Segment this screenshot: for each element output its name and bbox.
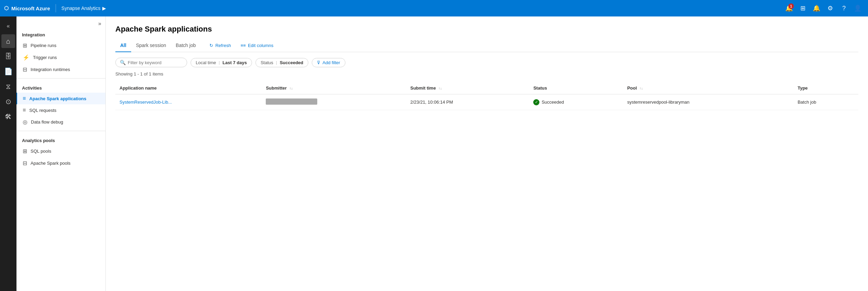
spark-applications-label: Apache Spark applications xyxy=(29,96,86,101)
search-input[interactable] xyxy=(128,60,183,65)
directory-switch-button[interactable]: ⊞ xyxy=(797,2,809,14)
brand-name: Microsoft Azure xyxy=(11,5,50,11)
submit-time-sort-icon[interactable]: ↑↓ xyxy=(438,86,442,90)
nav-collapse-button[interactable]: » xyxy=(97,19,103,28)
sidebar-item-trigger-runs[interactable]: ⚡ Trigger runs xyxy=(16,51,105,63)
top-navigation: ⬡ Microsoft Azure Synapse Analytics ▶ 🔔 … xyxy=(0,0,868,16)
sidebar-item-spark-applications[interactable]: ≡ Apache Spark applications xyxy=(16,93,105,104)
data-flow-debug-icon: ◎ xyxy=(23,119,27,125)
sidebar-integrate-button[interactable]: ⧖ xyxy=(1,80,15,93)
sidebar-data-button[interactable]: 🗄 xyxy=(1,49,15,63)
sidebar-manage-button[interactable]: 🛠 xyxy=(1,110,15,124)
integration-runtimes-icon: ⊟ xyxy=(23,66,27,73)
time-filter-label: Local time xyxy=(196,60,216,65)
submit-time-cell: 2/23/21, 10:06:14 PM xyxy=(406,94,529,110)
azure-icon: ⬡ xyxy=(4,5,9,11)
sidebar-item-integration-runtimes[interactable]: ⊟ Integration runtimes xyxy=(16,63,105,75)
notification-button[interactable]: 🔔 1 xyxy=(783,2,795,14)
sql-requests-label: SQL requests xyxy=(29,108,56,113)
sidebar-expand-toggle[interactable]: « xyxy=(1,19,15,33)
spark-pools-label: Apache Spark pools xyxy=(31,161,70,166)
page-title: Apache Spark applications xyxy=(115,25,858,34)
trigger-runs-label: Trigger runs xyxy=(33,55,57,60)
edit-columns-icon: ≡≡ xyxy=(241,43,246,48)
edit-columns-label: Edit columns xyxy=(248,43,273,48)
trigger-runs-icon: ⚡ xyxy=(23,54,30,61)
service-name: Synapse Analytics ▶ xyxy=(61,5,106,11)
refresh-label: Refresh xyxy=(215,43,231,48)
add-filter-label: Add filter xyxy=(322,60,340,65)
refresh-button[interactable]: ↻ Refresh xyxy=(206,41,235,50)
sidebar-item-data-flow-debug[interactable]: ◎ Data flow debug xyxy=(16,116,105,128)
tabs-bar: All Spark session Batch job ↻ Refresh ≡≡… xyxy=(115,39,858,52)
status-filter-chip[interactable]: Status : Succeeded xyxy=(255,58,308,67)
tab-spark-session[interactable]: Spark session xyxy=(131,39,171,52)
tab-batch-job[interactable]: Batch job xyxy=(171,39,201,52)
alerts-button[interactable]: 🔔 xyxy=(810,2,823,14)
pipeline-runs-icon: ⊞ xyxy=(23,42,27,49)
submitter-sort-icon[interactable]: ↑↓ xyxy=(289,86,293,90)
status-cell: ✓ Succeeded xyxy=(529,94,623,110)
table-row: SystemReservedJob-Lib... 2/23/21, 10:06:… xyxy=(115,94,858,110)
icon-sidebar: « ⌂ 🗄 📄 ⧖ ⊙ 🛠 xyxy=(0,16,16,291)
sidebar-item-pipeline-runs[interactable]: ⊞ Pipeline runs xyxy=(16,39,105,51)
sidebar-develop-button[interactable]: 📄 xyxy=(1,65,15,78)
status-succeeded-icon: ✓ xyxy=(533,99,539,105)
col-submitter: Submitter ↑↓ xyxy=(262,82,406,94)
sidebar-home-button[interactable]: ⌂ xyxy=(1,34,15,48)
add-filter-icon: ⊽ xyxy=(317,60,320,65)
submitter-cell xyxy=(262,94,406,110)
status-filter-separator: : xyxy=(275,60,278,65)
nav-sidebar-header: » xyxy=(16,16,105,28)
user-button[interactable]: 👤 xyxy=(852,2,864,14)
sidebar-item-sql-requests[interactable]: ≡ SQL requests xyxy=(16,104,105,116)
sql-pools-label: SQL pools xyxy=(31,149,51,154)
help-button[interactable]: ? xyxy=(838,2,850,14)
add-filter-button[interactable]: ⊽ Add filter xyxy=(312,58,345,67)
time-filter-separator: : xyxy=(217,60,221,65)
time-filter-value: Last 7 days xyxy=(222,60,247,65)
content-area: Apache Spark applications All Spark sess… xyxy=(106,16,868,291)
application-name-link[interactable]: SystemReservedJob-Lib... xyxy=(119,100,172,105)
analytics-pools-section-title: Analytics pools xyxy=(16,134,105,145)
edit-columns-button[interactable]: ≡≡ Edit columns xyxy=(237,41,277,50)
activities-section-title: Activities xyxy=(16,81,105,93)
col-status: Status xyxy=(529,82,623,94)
application-name-cell: SystemReservedJob-Lib... xyxy=(115,94,262,110)
nav-divider-1 xyxy=(16,78,105,79)
service-label: Synapse Analytics xyxy=(61,5,101,11)
filter-bar: 🔍 Local time : Last 7 days Status : Succ… xyxy=(115,58,858,67)
status-filter-label: Status xyxy=(261,60,273,65)
sidebar-monitor-button[interactable]: ⊙ xyxy=(1,95,15,108)
brand-logo: ⬡ Microsoft Azure xyxy=(4,5,50,11)
refresh-icon: ↻ xyxy=(209,43,213,48)
spark-pools-icon: ⊟ xyxy=(23,160,27,166)
pool-sort-icon[interactable]: ↑↓ xyxy=(639,86,643,90)
col-submit-time: Submit time ↑↓ xyxy=(406,82,529,94)
submitter-value xyxy=(266,98,317,105)
search-icon: 🔍 xyxy=(120,60,126,65)
applications-table: Application name Submitter ↑↓ Submit tim… xyxy=(115,82,858,110)
integration-runtimes-label: Integration runtimes xyxy=(31,67,70,72)
top-nav-actions: 🔔 1 ⊞ 🔔 ⚙ ? 👤 xyxy=(783,2,864,14)
settings-button[interactable]: ⚙ xyxy=(824,2,836,14)
integration-section-title: Integration xyxy=(16,28,105,39)
pool-cell: systemreservedpool-libraryman xyxy=(623,94,793,110)
nav-sidebar: » Integration ⊞ Pipeline runs ⚡ Trigger … xyxy=(16,16,106,291)
time-filter-chip[interactable]: Local time : Last 7 days xyxy=(191,58,252,67)
data-flow-debug-label: Data flow debug xyxy=(31,119,63,125)
status-filter-value: Succeeded xyxy=(280,60,304,65)
sidebar-item-spark-pools[interactable]: ⊟ Apache Spark pools xyxy=(16,157,105,169)
notification-badge: 1 xyxy=(788,3,794,9)
pipeline-runs-label: Pipeline runs xyxy=(31,43,56,48)
status-value: ✓ Succeeded xyxy=(533,99,619,105)
tab-all[interactable]: All xyxy=(115,39,131,52)
table-header-row: Application name Submitter ↑↓ Submit tim… xyxy=(115,82,858,94)
sidebar-item-sql-pools[interactable]: ⊞ SQL pools xyxy=(16,145,105,157)
col-pool: Pool ↑↓ xyxy=(623,82,793,94)
keyword-search[interactable]: 🔍 xyxy=(115,58,187,67)
results-count: Showing 1 - 1 of 1 items xyxy=(115,71,858,77)
type-cell: Batch job xyxy=(793,94,858,110)
sql-requests-icon: ≡ xyxy=(23,107,26,113)
nav-divider xyxy=(56,4,56,12)
